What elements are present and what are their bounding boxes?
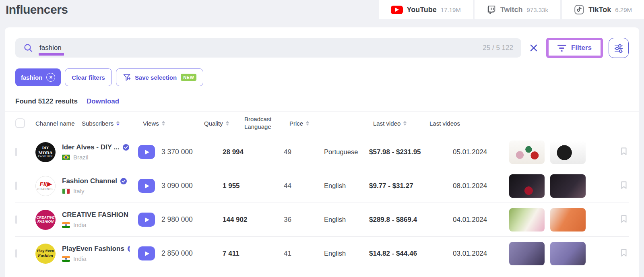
views-value: 144 902 <box>223 216 284 224</box>
sliders-icon <box>613 42 624 54</box>
play-video-button[interactable] <box>138 145 155 159</box>
table-row[interactable]: FII▶ CHANNEL Fashion Channel Italy 3 090… <box>15 169 629 203</box>
filters-button[interactable]: Filters <box>549 40 601 56</box>
video-thumbnail[interactable] <box>550 141 586 164</box>
video-thumbnail[interactable] <box>509 141 545 164</box>
channel-country: Brazil <box>73 154 89 161</box>
channel-name[interactable]: Fashion Channel <box>62 177 117 185</box>
results-found-text: Found 5122 results <box>15 97 78 105</box>
play-video-button[interactable] <box>138 179 155 193</box>
last-videos-thumbnails <box>509 174 590 198</box>
channel-avatar: Play Even Fashion <box>35 244 56 264</box>
price-value: $289.8 - $869.4 <box>369 216 453 224</box>
table-header: Channel name Subscribers Views Quality B… <box>15 112 629 135</box>
row-checkbox[interactable] <box>15 249 17 258</box>
sort-icon <box>162 121 165 126</box>
save-selection-button[interactable]: Save selection NEW <box>116 68 203 86</box>
video-thumbnail[interactable] <box>509 208 545 232</box>
row-checkbox[interactable] <box>15 182 17 190</box>
sort-icon <box>116 121 120 126</box>
india-flag-icon <box>62 256 70 262</box>
table-row[interactable]: Play Even Fashion PlayEven Fashions Indi… <box>15 236 629 270</box>
subscribers-value: 3 090 000 <box>161 182 223 190</box>
quality-value: 36 <box>284 216 324 224</box>
bookmark-icon[interactable] <box>619 180 629 190</box>
brazil-flag-icon <box>62 155 70 160</box>
last-videos-thumbnails <box>509 208 590 232</box>
sort-icon <box>226 121 229 126</box>
views-value: 1 955 <box>223 182 284 190</box>
new-badge: NEW <box>181 74 196 81</box>
verified-badge-icon <box>127 245 130 252</box>
channel-cell: CREATIVE FASHION CREATIVE FASHION India <box>35 210 138 230</box>
search-input[interactable]: fashion 25 / 5 122 <box>15 38 521 58</box>
channel-cell: Play Even Fashion PlayEven Fashions Indi… <box>35 244 138 264</box>
verified-badge-icon <box>120 178 127 185</box>
sort-icon <box>403 121 407 126</box>
channel-avatar: DIY MODA FASHION <box>35 142 56 162</box>
clear-filters-button[interactable]: Clear filters <box>65 68 112 86</box>
bookmark-icon[interactable] <box>619 147 629 156</box>
language-value: English <box>324 250 369 257</box>
tab-twitch-label: Twitch <box>500 6 523 14</box>
page-title: Influencers <box>0 3 68 17</box>
bookmark-icon[interactable] <box>619 214 629 224</box>
language-value: English <box>324 182 369 190</box>
video-thumbnail[interactable] <box>550 242 586 265</box>
table-row[interactable]: DIY MODA FASHION Ider Alves - DIY ... Br… <box>15 135 629 169</box>
channel-name[interactable]: CREATIVE FASHION <box>62 211 128 219</box>
channel-name[interactable]: PlayEven Fashions <box>62 245 124 253</box>
price-value: $57.98 - $231.95 <box>369 148 453 156</box>
filter-chip-fashion[interactable]: fashion ✕ <box>15 68 61 86</box>
channel-avatar: CREATIVE FASHION <box>35 210 56 230</box>
annotation-underline <box>39 53 64 56</box>
last-videos-thumbnails <box>509 141 590 164</box>
select-all-checkbox[interactable] <box>15 118 25 128</box>
play-video-button[interactable] <box>138 246 155 260</box>
channel-country: Italy <box>73 188 85 194</box>
results-summary-row: Found 5122 results Download <box>15 97 629 105</box>
video-thumbnail[interactable] <box>550 174 586 198</box>
search-query-text: fashion <box>39 44 62 52</box>
subscribers-value: 2 850 000 <box>161 249 223 258</box>
tab-tiktok[interactable]: TikTok 6.29M <box>562 0 644 19</box>
video-thumbnail[interactable] <box>550 208 586 232</box>
channel-cell: FII▶ CHANNEL Fashion Channel Italy <box>35 176 138 196</box>
active-filters-row: fashion ✕ Clear filters Save selection N… <box>15 68 629 86</box>
clear-search-icon[interactable] <box>528 43 539 53</box>
quality-value: 49 <box>284 148 324 156</box>
table-row[interactable]: CREATIVE FASHION CREATIVE FASHION India … <box>15 203 629 236</box>
channel-name[interactable]: Ider Alves - DIY ... <box>62 143 120 151</box>
channel-country: India <box>73 221 87 228</box>
italy-flag-icon <box>62 188 70 194</box>
row-checkbox[interactable] <box>15 215 17 224</box>
platform-tabs: YouTube 17.19M Twitch 973.33k TikTok 6.2… <box>379 0 644 19</box>
search-icon <box>23 43 33 53</box>
row-checkbox[interactable] <box>15 148 17 156</box>
channel-avatar: FII▶ CHANNEL <box>35 176 56 196</box>
tab-tiktok-count: 6.29M <box>615 6 632 13</box>
channel-country: India <box>73 255 87 262</box>
download-link[interactable]: Download <box>87 97 119 105</box>
search-row: fashion 25 / 5 122 Filters <box>15 27 629 58</box>
price-value: $14.82 - $44.46 <box>369 250 453 258</box>
main-panel: fashion 25 / 5 122 Filters <box>5 27 639 277</box>
last-video-date: 04.01.2024 <box>453 216 509 224</box>
bookmark-icon[interactable] <box>619 248 629 258</box>
top-bar: Influencers YouTube 17.19M Twitch 973.33… <box>0 0 644 19</box>
tab-twitch[interactable]: Twitch 973.33k <box>475 0 560 19</box>
video-thumbnail[interactable] <box>509 242 545 265</box>
sort-icon <box>306 121 309 126</box>
views-value: 28 994 <box>223 148 284 156</box>
youtube-icon <box>391 6 403 14</box>
india-flag-icon <box>62 222 70 228</box>
advanced-filters-button[interactable] <box>609 38 629 58</box>
subscribers-value: 3 370 000 <box>161 148 223 156</box>
verified-badge-icon <box>122 144 130 151</box>
tab-youtube[interactable]: YouTube 17.19M <box>379 0 473 19</box>
views-value: 7 411 <box>223 250 284 258</box>
tab-tiktok-label: TikTok <box>588 6 611 14</box>
remove-chip-icon[interactable]: ✕ <box>46 73 55 82</box>
video-thumbnail[interactable] <box>509 174 545 198</box>
play-video-button[interactable] <box>138 213 155 227</box>
